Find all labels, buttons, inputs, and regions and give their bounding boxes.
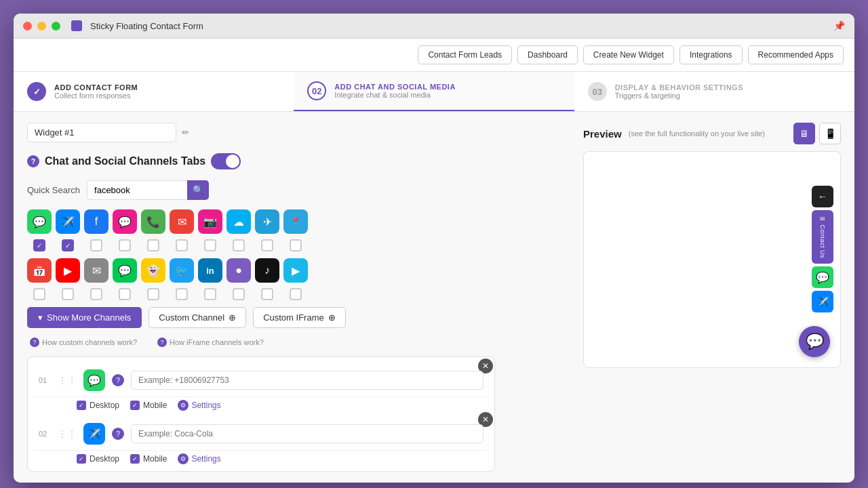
check-whatsapp[interactable]: ✓ [33, 239, 45, 251]
check-chaport[interactable] [119, 239, 131, 251]
chat-toggle[interactable] [211, 153, 241, 169]
check-gcal[interactable] [33, 288, 45, 300]
item-icon-whatsapp: 💬 [83, 369, 105, 391]
close-dot[interactable] [23, 22, 32, 30]
minimize-dot[interactable] [37, 22, 46, 30]
settings-icon-1: ⚙ [178, 400, 189, 411]
item-icon-messenger: ✈️ [83, 423, 105, 445]
check-telegram[interactable] [261, 239, 273, 251]
channel-chaport[interactable]: 💬 [113, 209, 137, 234]
desktop-view-btn[interactable]: 🖥 [793, 123, 815, 144]
preview-whatsapp-btn[interactable]: 💬 [812, 266, 833, 288]
check-facebook[interactable] [90, 239, 102, 251]
settings-btn-2[interactable]: ⚙ Settings [178, 453, 220, 464]
plus-icon-custom: ⊕ [229, 312, 236, 323]
channel-linkedin[interactable]: in [198, 258, 222, 283]
preview-panel: Preview (see the full functionality on y… [583, 123, 841, 368]
recommended-apps-btn[interactable]: Recommended Apps [748, 45, 844, 64]
mobile-view-btn[interactable]: 📱 [819, 123, 841, 144]
channel-viber[interactable]: ● [226, 258, 251, 283]
check-wechat[interactable] [119, 288, 131, 300]
desktop-cb-1[interactable]: ✓ [77, 401, 86, 410]
preview-arrow-btn[interactable]: ← [812, 186, 833, 207]
integrations-btn[interactable]: Integrations [679, 45, 743, 64]
custom-iframe-btn[interactable]: Custom IFrame ⊕ [253, 307, 346, 328]
channel-vimeo[interactable]: ▶ [283, 258, 308, 283]
check-viber[interactable] [233, 288, 245, 300]
how-custom-link[interactable]: ? How custom channels work? [30, 338, 137, 347]
step-1-num: ✓ [27, 82, 46, 101]
channel-gcalendar[interactable]: 📅 [27, 258, 52, 283]
mobile-cb-1[interactable]: ✓ [130, 401, 140, 410]
check-phone[interactable] [147, 239, 159, 251]
how-iframe-link[interactable]: ? How iFrame channels work? [157, 338, 264, 347]
preview-messenger-btn[interactable]: ✈️ [812, 291, 833, 312]
plus-icon-iframe: ⊕ [328, 312, 336, 323]
check-messenger[interactable]: ✓ [62, 239, 74, 251]
drag-handle-1[interactable]: ⋮⋮ [58, 375, 77, 386]
check-snapchat[interactable] [147, 288, 159, 300]
create-new-widget-btn[interactable]: Create New Widget [583, 45, 674, 64]
steps-bar: ✓ ADD CONTACT FORM Collect form response… [14, 72, 854, 112]
float-chat-button[interactable]: 💬 [799, 326, 830, 357]
step-3-sublabel: Triggers & targeting [615, 92, 743, 100]
edit-icon[interactable]: ✏ [182, 127, 189, 138]
check-skype[interactable] [233, 239, 245, 251]
preview-title: Preview [583, 128, 622, 140]
app-window: Sticky Floating Contact Form 📌 Contact F… [14, 14, 854, 483]
step-3[interactable]: 03 DISPLAY & BEHAVIOR SETTINGS Triggers … [574, 72, 854, 111]
show-more-channels-btn[interactable]: ▾ Show More Channels [27, 307, 142, 328]
channel-youtube[interactable]: ▶ [56, 258, 80, 283]
check-mail2[interactable] [90, 288, 102, 300]
channel-twitter[interactable]: 🐦 [170, 258, 194, 283]
app-icon [71, 20, 82, 31]
channel-wechat[interactable]: 💬 [113, 258, 137, 283]
widget-name-input[interactable] [27, 123, 176, 142]
check-linkedin[interactable] [204, 288, 216, 300]
item-help-1[interactable]: ? [112, 374, 124, 386]
item-input-2[interactable] [131, 424, 484, 443]
mobile-cb-2[interactable]: ✓ [130, 454, 140, 464]
check-maps[interactable] [290, 239, 302, 251]
channel-mail2[interactable]: ✉ [84, 258, 108, 283]
step-1-label: ADD CONTACT FORM [54, 83, 138, 92]
channel-instagram[interactable]: 📷 [198, 209, 222, 234]
check-instagram[interactable] [204, 239, 216, 251]
section-help-icon[interactable]: ? [27, 155, 39, 167]
dashboard-btn[interactable]: Dashboard [517, 45, 578, 64]
check-youtube[interactable] [62, 288, 74, 300]
channel-tiktok[interactable]: ♪ [255, 258, 279, 283]
channel-skype[interactable]: ☁ [226, 209, 251, 234]
help-icon-custom: ? [30, 338, 39, 347]
check-vimeo[interactable] [290, 288, 302, 300]
step-2-label: ADD CHAT AND SOCIAL MEDIA [334, 83, 456, 91]
desktop-cb-2[interactable]: ✓ [77, 454, 86, 464]
channel-phone[interactable]: 📞 [141, 209, 165, 234]
drag-handle-2[interactable]: ⋮⋮ [58, 428, 77, 439]
check-email[interactable] [176, 239, 188, 251]
preview-contact-btn[interactable]: ✉ Contact Us [812, 210, 833, 264]
channel-messenger[interactable]: ✈️ [56, 209, 80, 234]
check-twitter[interactable] [176, 288, 188, 300]
channel-snapchat[interactable]: 👻 [141, 258, 165, 283]
channel-maps[interactable]: 📍 [283, 209, 308, 234]
channel-whatsapp[interactable]: 💬 [27, 209, 52, 234]
channel-telegram[interactable]: ✈ [255, 209, 279, 234]
step-3-num: 03 [588, 82, 607, 101]
custom-channel-btn[interactable]: Custom Channel ⊕ [149, 307, 246, 328]
settings-btn-1[interactable]: ⚙ Settings [178, 400, 220, 411]
step-1[interactable]: ✓ ADD CONTACT FORM Collect form response… [14, 72, 294, 111]
item-help-2[interactable]: ? [112, 428, 124, 440]
contact-form-leads-btn[interactable]: Contact Form Leads [418, 45, 512, 64]
maximize-dot[interactable] [52, 22, 60, 30]
channel-email[interactable]: ✉ [170, 209, 194, 234]
search-button[interactable]: 🔍 [187, 180, 209, 200]
channel-item-2: 02 ⋮⋮ ✈️ ? [35, 418, 488, 451]
check-tiktok[interactable] [261, 288, 273, 300]
search-label: Quick Search [27, 185, 80, 195]
item-input-1[interactable] [131, 371, 484, 390]
step-2[interactable]: 02 ADD CHAT AND SOCIAL MEDIA Integrate c… [294, 72, 574, 111]
channel-item-wrapper-1: ✕ 01 ⋮⋮ 💬 ? ✓ Desktop [35, 364, 488, 411]
channel-facebook[interactable]: f [84, 209, 108, 234]
step-1-sublabel: Collect form responses [54, 92, 138, 100]
